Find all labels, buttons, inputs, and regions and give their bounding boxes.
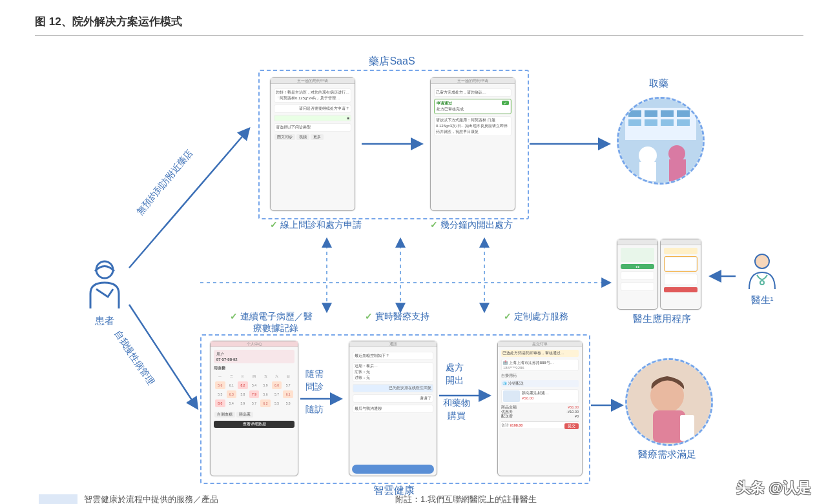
- dotted-to-doctorapp: [601, 277, 614, 290]
- v-arrow-3d: [478, 283, 491, 318]
- svg-rect-8: [645, 110, 657, 117]
- svg-rect-10: [677, 110, 690, 117]
- phone-header-2: 王一涵的用药申请: [431, 78, 515, 84]
- phone-chat-support: 通訊 最近血糖控制如下？ 近期：餐后…症状：无过敏：无 已为您安排在线医生回复 …: [349, 341, 437, 476]
- watermark: 头条 @认是: [736, 478, 811, 498]
- pharmacy-saas-title: 藥店SaaS: [369, 55, 415, 68]
- svg-point-15: [639, 146, 657, 165]
- svg-rect-13: [661, 119, 674, 126]
- v-arrow-1: [320, 234, 333, 287]
- svg-point-0: [96, 261, 113, 278]
- arrow-doctor-to-app: [707, 271, 739, 284]
- footnote-legend: 智雲健康於流程中提供的服務／產品: [84, 494, 218, 504]
- svg-rect-12: [645, 119, 657, 126]
- doctor-icon: [743, 280, 781, 291]
- label-pickup: 取藥: [620, 77, 698, 90]
- photo-need-met: [625, 358, 713, 446]
- svg-rect-33: [680, 415, 694, 441]
- phone-consult-apply: 王一涵的用药申请 您好！我是主治医，对您的现有病历进行…「阿莫西林0.125g*…: [270, 77, 355, 211]
- arrow-cloud-step1: [300, 394, 346, 407]
- label-on-demand-consult: 隨需問診: [305, 368, 324, 393]
- cap-online-consult: 線上問診和處方申請: [270, 219, 362, 231]
- patient-label: 患者: [79, 315, 130, 327]
- svg-rect-11: [628, 119, 641, 126]
- phone-doctor-app-1: ●●: [617, 239, 658, 310]
- phone-prescription-issued: 王一涵的用药申请 已审方完成处方，请您确认… 申请通过✓ 处方已审核完成 请按以…: [430, 77, 515, 211]
- photo-pharmacy-pickup: [617, 97, 705, 185]
- label-need-met: 醫療需求滿足: [628, 449, 706, 461]
- cap-realtime-support: 實時醫療支持: [365, 311, 429, 323]
- phone-emr-record: 个人中心 用户87-57-88-92 用血糖 一二三四五六日 5.66.18.2…: [210, 341, 298, 476]
- svg-point-35: [755, 254, 769, 268]
- svg-rect-9: [661, 110, 674, 117]
- svg-rect-7: [628, 110, 641, 117]
- v-arrow-2: [394, 234, 407, 287]
- footnote-note: 附註：1.我們互聯網醫院上的註冊醫生: [395, 494, 537, 504]
- legend-swatch: [39, 494, 78, 504]
- cap-custom-rx: 定制處方服務: [504, 311, 568, 323]
- arrow-to-pickup: [530, 139, 614, 152]
- v-arrow-3: [478, 234, 491, 287]
- figure-title: 图 12、院外解决方案运作模式: [35, 14, 182, 29]
- phone-doctor-app-2: [660, 239, 701, 310]
- patient-block: 患者: [79, 258, 130, 327]
- phone-rx-order: 提交订单 已选处方药需药师审核，审核通过… 🏥 上海上海市江苏路888号…186…: [497, 341, 583, 476]
- patient-icon: [82, 301, 127, 312]
- cap-minutes-prescription: 幾分鐘內開出處方: [430, 219, 513, 231]
- doctor-block: 醫生¹: [736, 250, 788, 307]
- doctor-label: 醫生¹: [736, 294, 788, 307]
- arrow-cloud-step2: [439, 390, 494, 403]
- svg-rect-18: [669, 159, 686, 181]
- arrow-to-need-met: [591, 400, 626, 413]
- label-doctor-app: 醫生應用程序: [620, 313, 704, 325]
- svg-rect-14: [677, 119, 690, 126]
- arrow-saas-step: [362, 139, 426, 152]
- svg-rect-16: [639, 162, 656, 181]
- cap-emr: 連續電子病歷／醫療數據記錄: [213, 311, 329, 334]
- title-divider: [35, 35, 803, 35]
- phone-header: 王一涵的用药申请: [271, 78, 355, 84]
- label-rx-issue: 處方開出: [446, 361, 464, 387]
